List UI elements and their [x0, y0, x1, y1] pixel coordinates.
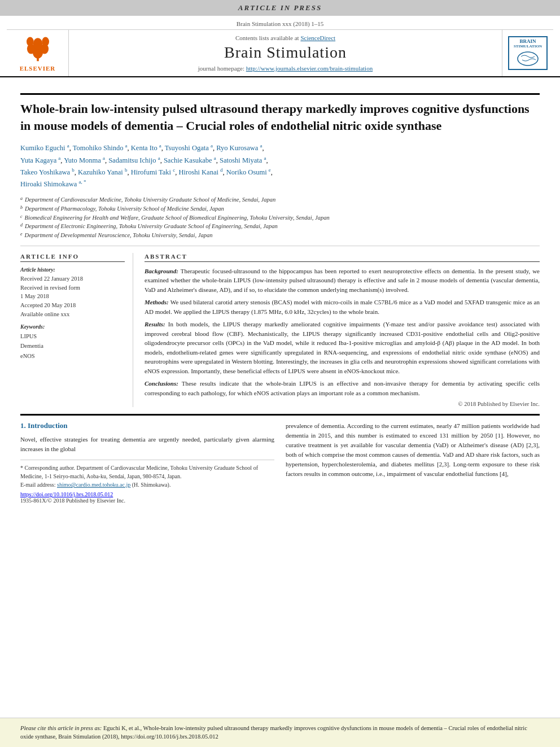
- conclusions-text: These results indicate that the whole-br…: [145, 380, 540, 396]
- author-eguchi: Kumiko Eguchi: [20, 145, 65, 152]
- footnote-corresponding-label: * Corresponding author.: [20, 465, 75, 471]
- journal-homepage: journal homepage: http://www.journals.el…: [198, 65, 373, 72]
- info-abstract-section: ARTICLE INFO Article history: Received 2…: [20, 253, 540, 408]
- received-label: Received 22 January 2018: [20, 276, 83, 282]
- sciencedirect-link[interactable]: ScienceDirect: [300, 34, 335, 41]
- homepage-url[interactable]: http://www.journals.elsevier.com/brain-s…: [246, 65, 373, 72]
- doi-line: https://doi.org/10.1016/j.brs.2018.05.01…: [20, 491, 274, 497]
- journal-citation-line: Brain Stimulation xxx (2018) 1–15: [7, 20, 553, 27]
- article-info-col: ARTICLE INFO Article history: Received 2…: [20, 253, 133, 408]
- background-label: Background:: [145, 268, 178, 274]
- affil-c-text: Biomedical Engineering for Health and We…: [25, 213, 330, 222]
- results-text: In both models, the LIPUS therapy marked…: [145, 321, 540, 374]
- page: ARTICLE IN PRESS Brain Stimulation xxx (…: [0, 0, 560, 747]
- svg-point-5: [27, 37, 34, 46]
- doi-link[interactable]: https://doi.org/10.1016/j.brs.2018.05.01…: [20, 491, 113, 497]
- intro-left-para1: Novel, effective strategies for treating…: [20, 435, 274, 454]
- history-content: Received 22 January 2018 Received in rev…: [20, 274, 125, 319]
- introduction-section: 1. Introduction Novel, effective strateg…: [20, 421, 540, 504]
- abstract-background: Background: Therapeutic focused-ultrasou…: [145, 267, 540, 295]
- elsevier-tree-icon: [18, 34, 58, 63]
- journal-header-inner: ELSEVIER Contents lists available at Sci…: [7, 29, 553, 76]
- abstract-results: Results: In both models, the LIPUS thera…: [145, 320, 540, 375]
- author-ito: Kenta Ito: [131, 145, 158, 152]
- affil-d-text: Department of Electronic Engineering, To…: [25, 222, 278, 231]
- homepage-text: journal homepage:: [198, 65, 244, 72]
- author-kagaya: Yuta Kagaya: [20, 156, 56, 164]
- intro-left: 1. Introduction Novel, effective strateg…: [20, 421, 274, 504]
- author-monma: Yuto Monma: [64, 156, 101, 164]
- issn-line: 1935-861X/© 2018 Published by Elsevier I…: [20, 497, 274, 504]
- banner-text: ARTICLE IN PRESS: [238, 3, 322, 12]
- article-in-press-banner: ARTICLE IN PRESS: [0, 0, 560, 16]
- author-shindo: Tomohiko Shindo: [73, 145, 124, 152]
- svg-point-6: [42, 37, 49, 46]
- elsevier-label: ELSEVIER: [20, 65, 56, 72]
- author-osumi: Noriko Osumi: [226, 168, 267, 176]
- intro-number: 1.: [20, 421, 26, 430]
- methods-text: We used bilateral carotid artery stenosi…: [145, 299, 540, 315]
- contents-line: Contents lists available at ScienceDirec…: [235, 34, 335, 41]
- author-kurosawa: Ryo Kurosawa: [216, 145, 258, 152]
- accepted-label: Accepted 20 May 2018: [20, 302, 76, 308]
- contents-text: Contents lists available at: [235, 34, 299, 41]
- journal-citation: Brain Stimulation xxx (2018) 1–15: [237, 20, 324, 27]
- affil-e-text: Department of Developmental Neuroscience…: [25, 231, 213, 240]
- abstract-heading: ABSTRACT: [145, 253, 540, 262]
- affil-b: b Department of Pharmacology, Tohoku Uni…: [20, 204, 540, 213]
- keyword-lipus: LIPUS: [20, 333, 37, 339]
- journal-title-center: Contents lists available at ScienceDirec…: [69, 30, 502, 76]
- affil-a-text: Department of Cardiovascular Medicine, T…: [25, 195, 275, 204]
- online-label: Available online xxx: [20, 311, 69, 317]
- email-note: (H. Shimokawa).: [132, 482, 171, 488]
- author-yoshikawa: Takeo Yoshikawa: [20, 168, 70, 176]
- footnote-section: * Corresponding author. Department of Ca…: [20, 460, 274, 489]
- affiliations: a Department of Cardiovascular Medicine,…: [20, 195, 540, 246]
- article-title: Whole-brain low-intensity pulsed ultraso…: [20, 101, 540, 134]
- affil-a: a Department of Cardiovascular Medicine,…: [20, 195, 540, 204]
- author-ichijo: Sadamitsu Ichijo: [108, 156, 156, 164]
- footnote-corresponding: * Corresponding author. Department of Ca…: [20, 464, 274, 480]
- keyword-enos: eNOS: [20, 353, 35, 359]
- author-taki: Hirofumi Taki: [131, 168, 171, 176]
- email-link[interactable]: shimo@cardio.med.tohoku.ac.jp: [57, 482, 130, 488]
- abstract-methods: Methods: We used bilateral carotid arter…: [145, 298, 540, 316]
- authors-list: Kumiko Eguchi a, Tomohiko Shindo a, Kent…: [20, 142, 540, 190]
- author-yanai: Kazuhiko Yanai: [78, 168, 123, 176]
- keywords-label: Keywords:: [20, 324, 125, 330]
- affil-e: e Department of Developmental Neuroscien…: [20, 231, 540, 240]
- author-kasukabe: Sachie Kasukabe: [164, 156, 212, 164]
- results-label: Results:: [145, 321, 165, 327]
- abstract-conclusions: Conclusions: These results indicate that…: [145, 379, 540, 397]
- intro-right-para1: prevalence of dementia. According to the…: [286, 421, 540, 479]
- footnote-email: E-mail address: shimo@cardio.med.tohoku.…: [20, 480, 274, 489]
- intro-title: 1. Introduction: [20, 421, 274, 430]
- thick-divider-bottom: [20, 414, 540, 416]
- brain-logo-box: BRAIN STIMULATION: [502, 30, 553, 76]
- history-label: Article history:: [20, 267, 125, 273]
- abstract-col: ABSTRACT Background: Therapeutic focused…: [145, 253, 540, 408]
- elsevier-logo-box: ELSEVIER: [7, 30, 69, 76]
- svg-point-4: [33, 38, 42, 49]
- email-label: E-mail address:: [20, 482, 55, 488]
- background-text: Therapeutic focused-ultrasound to the hi…: [145, 268, 540, 293]
- author-shimokawa: Hiroaki Shimokawa: [20, 180, 77, 188]
- citation-please: Please cite this article in press as:: [20, 725, 103, 731]
- affil-c: c Biomedical Engineering for Health and …: [20, 213, 540, 222]
- brain-logo-icon: BRAIN STIMULATION: [508, 36, 548, 70]
- abstract-copyright: © 2018 Published by Elsevier Inc.: [145, 401, 540, 407]
- svg-point-7: [518, 52, 538, 65]
- methods-label: Methods:: [145, 299, 169, 305]
- journal-name: Brain Stimulation: [224, 43, 347, 62]
- revised-label: Received in revised form: [20, 285, 80, 291]
- main-content: Whole-brain low-intensity pulsed ultraso…: [0, 77, 560, 718]
- author-kanai: Hiroshi Kanai: [178, 168, 218, 176]
- thick-divider-top: [20, 93, 540, 95]
- article-info-heading: ARTICLE INFO: [20, 253, 125, 262]
- affil-b-text: Department of Pharmacology, Tohoku Unive…: [25, 204, 224, 213]
- intro-label: Introduction: [28, 421, 68, 430]
- affil-d: d Department of Electronic Engineering, …: [20, 222, 540, 231]
- author-ogata: Tsuyoshi Ogata: [165, 145, 209, 152]
- keyword-dementia: Dementia: [20, 343, 43, 349]
- citation-bar: Please cite this article in press as: Eg…: [0, 718, 560, 748]
